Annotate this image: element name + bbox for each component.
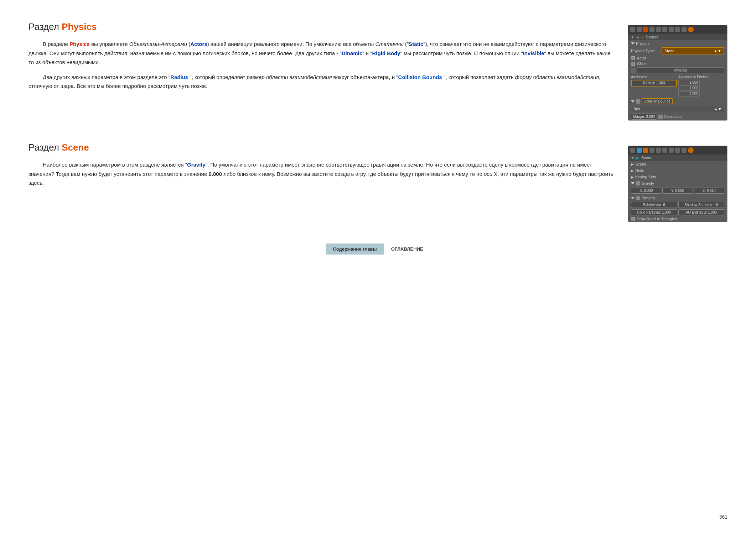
- ao-sss-field: AO and SSS: 1.000: [678, 209, 725, 215]
- units-row: ▶ Units: [628, 167, 727, 174]
- scene-section-label: Scene: [635, 162, 646, 166]
- invisible-field: Invisible: [637, 67, 724, 73]
- radius-field: Radius: 1.000: [631, 80, 677, 87]
- attrs-right: Anisotropic Friction 1.000 1.000 1.000: [678, 75, 724, 96]
- scene-section: Раздел Scene Наиболее важным параметром …: [29, 142, 727, 222]
- scene-toolbar-orange: [688, 147, 694, 153]
- keying-arrow: ▶: [631, 175, 634, 179]
- physics-para1-static-italic: Статичны: [375, 41, 403, 47]
- gravity-header-row: Gravity: [628, 180, 727, 187]
- physics-para1-dinamic: Dinamic: [342, 50, 362, 56]
- aniso-val1: 1.000: [678, 80, 700, 85]
- aniso-val3: 1.000: [678, 91, 700, 96]
- scene-row: ▶ Scene: [628, 161, 727, 167]
- margin-field: Margin: 0.000: [631, 114, 657, 120]
- physics-panel-toolbar: [628, 25, 727, 34]
- physics-label: Physics: [636, 41, 649, 46]
- physics-para2: Два других важных параметра в этом разде…: [29, 73, 613, 91]
- collision-type-row: Box ▲▼: [628, 105, 727, 113]
- anisotropic-label: Anisotropic Friction: [678, 75, 724, 79]
- physics-section-row: Physics: [628, 40, 727, 47]
- scene-para1: Наиболее важным параметром в этом раздел…: [29, 160, 613, 188]
- simplify-icon: [636, 196, 640, 200]
- physics-title-prefix: Раздел: [29, 21, 62, 32]
- scene-star1: ★: [631, 156, 634, 160]
- footer: Содержание главы ОГЛАВЛЕНИЕ: [29, 244, 727, 255]
- keying-sets-label: Keying Sets: [635, 175, 656, 179]
- invisible-row: Invisible: [628, 67, 727, 74]
- scene-icon: ▶: [636, 156, 639, 160]
- actor-checkbox[interactable]: [631, 56, 635, 60]
- toolbar-icon-orange-circle: [688, 27, 694, 32]
- shadow-samples-field: Shadow Samples: 16: [678, 202, 725, 208]
- collision-type-arrow: ▲▼: [714, 107, 722, 111]
- invisible-icon: [631, 68, 636, 73]
- scene-toolbar-7: [669, 148, 674, 153]
- physics-para1-italic: Объектами-Актерами: [129, 41, 187, 47]
- stop-quad-checkbox[interactable]: [631, 217, 635, 221]
- physics-type-value: Static: [664, 49, 674, 53]
- gravity-label: Gravity: [642, 181, 654, 185]
- scene-panel-toolbar: [628, 146, 727, 155]
- z-field: Z: 9.810: [694, 188, 724, 194]
- physics-type-row: Physics Type: Static ▲▼: [628, 47, 727, 55]
- scene-arrow: ▶: [631, 162, 634, 166]
- scene-para1-bold: 0.000: [208, 171, 222, 177]
- scene-toolbar-3: [643, 148, 648, 153]
- attributes-section: Attributes: Radius: 1.000 Anisotropic Fr…: [628, 74, 727, 98]
- scene-title-prefix: Раздел: [29, 142, 62, 153]
- physics-para2-radius: Radius: [170, 74, 190, 80]
- simplify-row: Simplify: [628, 195, 727, 201]
- physics-section: Раздел Physics В разделе Physics вы упра…: [29, 21, 727, 121]
- scene-para1-italic: оси: [484, 171, 492, 177]
- physics-para1-invisible: Invisible: [523, 50, 544, 56]
- contents-button[interactable]: Содержание главы: [326, 244, 384, 255]
- gravity-xyz-row: X: 0.000 Y: 0.000 Z: 9.810: [628, 187, 727, 195]
- toolbar-icon-6: [662, 27, 667, 32]
- attrs-left: Attributes: Radius: 1.000: [631, 75, 677, 87]
- physics-panel-header: ★ ★ ● Sphere: [628, 34, 727, 40]
- scene-toolbar-9: [682, 148, 687, 153]
- scene-para1-gravity: Gravity: [187, 162, 206, 168]
- page-number: 361: [719, 514, 727, 520]
- toolbar-icon-7: [669, 27, 674, 32]
- scene-toolbar-5: [656, 148, 661, 153]
- scene-toolbar-6: [662, 148, 667, 153]
- anisotropic-values: 1.000 1.000 1.000: [678, 80, 724, 96]
- collision-type-placeholder: Box: [633, 107, 640, 111]
- scene-toolbar-1: [630, 148, 635, 153]
- page: Раздел Physics В разделе Physics вы упра…: [0, 0, 756, 283]
- simplify-triangle: [631, 197, 635, 199]
- physics-para1: В разделе Physics вы управляете Объектам…: [29, 40, 613, 67]
- toolbar-icon-4: [649, 27, 654, 32]
- physics-type-label: Physics Type:: [631, 49, 659, 53]
- simplify-label: Simplify: [642, 196, 656, 200]
- aniso-val2: 1.000: [678, 85, 700, 91]
- invisible-label: Invisible: [674, 68, 687, 72]
- x-field: X: 0.000: [631, 188, 661, 194]
- toolbar-icon-3: [643, 27, 648, 32]
- ghost-row: Ghost: [628, 61, 727, 67]
- scene-panel-header: ★ ▶ Scene: [628, 155, 727, 161]
- physics-panel: ★ ★ ● Sphere Physics Physics Type: Stati…: [628, 25, 727, 121]
- child-ao-row: Child Particles: 1.000 AO and SSS: 1.000: [628, 209, 727, 216]
- header-star2: ★: [636, 35, 640, 39]
- toolbar-icon-1: [630, 27, 635, 32]
- physics-type-select[interactable]: Static ▲▼: [662, 47, 724, 54]
- ghost-checkbox[interactable]: [631, 62, 635, 66]
- scene-panel: ★ ▶ Scene ▶ Scene ▶ Units ▶ Keying Sets: [628, 146, 727, 222]
- scene-toolbar-8: [675, 148, 680, 153]
- scene-title: Раздел Scene: [29, 142, 613, 153]
- physics-para1-rigidbody: Rigid Body: [372, 50, 400, 56]
- stop-quad-row: Stop Quad to Triangles: [628, 216, 727, 222]
- collision-type-select[interactable]: Box ▲▼: [631, 106, 724, 112]
- toc-link[interactable]: ОГЛАВЛЕНИЕ: [384, 244, 430, 255]
- compound-checkbox[interactable]: [658, 115, 663, 119]
- subdiv-row: Subdivision: 6 Shadow Samples: 16: [628, 201, 727, 209]
- collision-icon: [636, 99, 640, 104]
- physics-para1-actors: Actors: [190, 41, 207, 47]
- scene-toolbar-4: [649, 148, 654, 153]
- actor-row: Actor: [628, 55, 727, 61]
- child-particles-field: Child Particles: 1.000: [631, 209, 677, 215]
- toolbar-icon-9: [682, 27, 687, 32]
